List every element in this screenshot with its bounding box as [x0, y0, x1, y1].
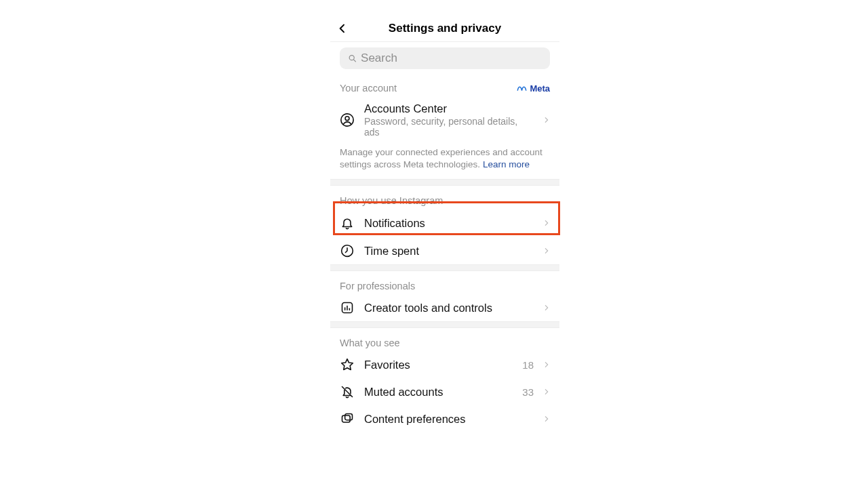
chevron-right-icon — [543, 115, 550, 125]
row-muted-accounts[interactable]: Muted accounts 33 — [330, 378, 559, 405]
chart-icon — [340, 300, 355, 315]
row-title: Accounts Center — [364, 102, 534, 115]
row-label: Notifications — [364, 217, 534, 230]
star-icon — [340, 357, 355, 372]
section-label: How you use Instagram — [340, 195, 443, 206]
chevron-right-icon — [543, 246, 550, 256]
row-text: Accounts Center Password, security, pers… — [364, 102, 534, 138]
svg-marker-9 — [342, 359, 353, 370]
row-content-preferences[interactable]: Content preferences — [330, 405, 559, 432]
learn-more-link[interactable]: Learn more — [483, 159, 530, 169]
section-heading-usage: How you use Instagram — [330, 186, 559, 209]
row-label: Creator tools and controls — [364, 302, 534, 314]
settings-screen: Settings and privacy Your account Meta A… — [330, 15, 559, 434]
svg-rect-12 — [345, 414, 353, 420]
meta-brand: Meta — [517, 83, 550, 94]
row-accounts-center[interactable]: Accounts Center Password, security, pers… — [330, 96, 559, 144]
chevron-right-icon — [543, 218, 550, 228]
section-label: What you see — [340, 338, 400, 348]
row-time-spent[interactable]: Time spent — [330, 237, 559, 264]
search-icon — [348, 54, 357, 63]
account-note: Manage your connected experiences and ac… — [330, 144, 559, 179]
meta-icon — [517, 85, 527, 92]
section-gap — [330, 321, 559, 328]
row-label: Time spent — [364, 245, 534, 258]
chevron-left-icon — [337, 23, 348, 34]
search-input[interactable] — [361, 52, 542, 65]
svg-line-1 — [353, 60, 355, 62]
clock-icon — [340, 243, 355, 258]
row-favorites[interactable]: Favorites 18 — [330, 351, 559, 378]
search-field[interactable] — [340, 47, 550, 69]
section-gap — [330, 179, 559, 186]
accounts-center-icon — [340, 113, 355, 127]
top-bar: Settings and privacy — [330, 15, 559, 42]
chevron-right-icon — [543, 303, 550, 312]
row-count: 33 — [522, 386, 534, 398]
section-heading-account: Your account Meta — [330, 73, 559, 96]
section-heading-what-you-see: What you see — [330, 328, 559, 351]
section-gap — [330, 264, 559, 271]
row-label: Favorites — [364, 359, 513, 371]
row-notifications[interactable]: Notifications — [330, 209, 559, 237]
row-count: 18 — [522, 359, 534, 371]
media-icon — [340, 411, 355, 426]
section-label: For professionals — [340, 281, 415, 291]
search-wrap — [330, 42, 559, 73]
bell-icon — [340, 216, 355, 230]
back-button[interactable] — [330, 15, 355, 42]
row-subtitle: Password, security, personal details, ad… — [364, 116, 534, 138]
row-label: Content preferences — [364, 413, 534, 426]
row-label: Muted accounts — [364, 386, 513, 399]
svg-point-3 — [345, 117, 349, 121]
chevron-right-icon — [543, 387, 550, 396]
meta-label: Meta — [530, 83, 550, 94]
chevron-right-icon — [543, 360, 550, 369]
row-creator-tools[interactable]: Creator tools and controls — [330, 294, 559, 321]
section-heading-professionals: For professionals — [330, 271, 559, 294]
svg-rect-11 — [342, 415, 351, 422]
bell-off-icon — [340, 384, 355, 399]
chevron-right-icon — [543, 414, 550, 424]
section-label: Your account — [340, 83, 397, 94]
page-title: Settings and privacy — [330, 22, 559, 35]
